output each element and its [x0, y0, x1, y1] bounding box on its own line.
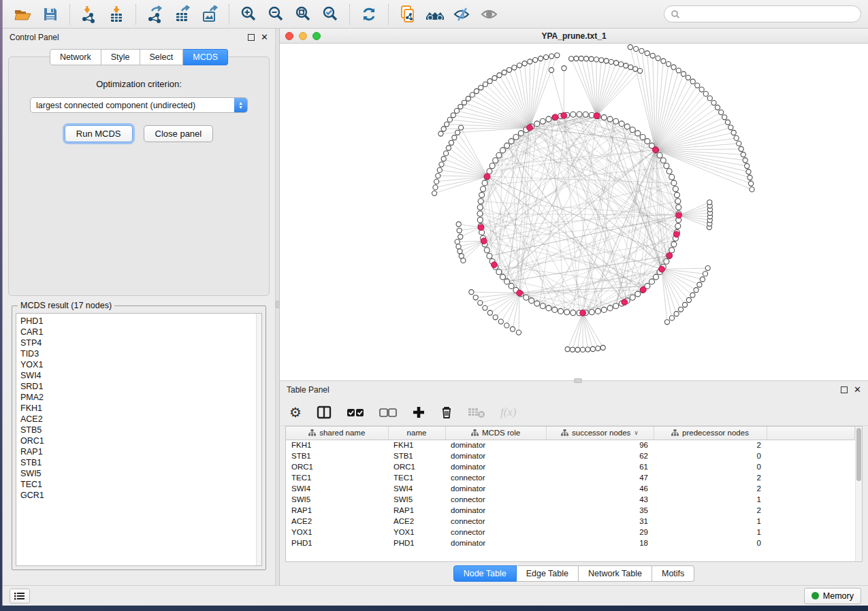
network-node[interactable] — [534, 121, 540, 127]
leaf-node[interactable] — [599, 58, 604, 63]
leaf-node[interactable] — [703, 271, 707, 276]
leaf-node[interactable] — [743, 158, 748, 163]
network-node[interactable] — [477, 211, 483, 216]
leaf-node[interactable] — [483, 82, 487, 86]
network-node[interactable] — [504, 279, 510, 284]
leaf-node[interactable] — [455, 240, 460, 244]
new-network-from-selection-icon[interactable] — [394, 3, 421, 26]
leaf-node[interactable] — [483, 306, 487, 310]
close-panel-icon[interactable]: ✕ — [261, 34, 268, 41]
network-node[interactable] — [500, 148, 506, 153]
leaf-node[interactable] — [565, 347, 570, 352]
mcds-hub-node[interactable] — [481, 238, 487, 244]
select-all-rows-icon[interactable] — [347, 402, 364, 423]
leaf-node[interactable] — [549, 67, 553, 72]
leaf-node[interactable] — [737, 141, 741, 146]
mcds-result-item[interactable]: GCR1 — [20, 490, 252, 501]
network-node[interactable] — [607, 116, 613, 122]
leaf-node[interactable] — [452, 135, 457, 140]
table-row[interactable]: TEC1TEC1connector472 — [286, 472, 855, 483]
leaf-node[interactable] — [459, 125, 464, 130]
column-header-shared-name[interactable]: shared name — [286, 427, 388, 440]
mcds-result-item[interactable]: PHD1 — [20, 316, 252, 327]
export-image-icon[interactable] — [196, 3, 223, 26]
leaf-node[interactable] — [458, 104, 463, 109]
leaf-node[interactable] — [456, 222, 461, 227]
tab-node-table[interactable]: Node Table — [453, 565, 517, 582]
criterion-select[interactable]: largest connected component (undirected)… — [30, 97, 248, 113]
show-all-icon[interactable] — [476, 3, 503, 26]
mcds-result-item[interactable]: STB1 — [20, 457, 252, 468]
network-node[interactable] — [671, 180, 677, 186]
leaf-node[interactable] — [705, 266, 710, 271]
leaf-node[interactable] — [731, 130, 736, 135]
network-node[interactable] — [635, 131, 641, 136]
leaf-node[interactable] — [469, 290, 474, 295]
network-node[interactable] — [630, 127, 635, 133]
leaf-node[interactable] — [447, 117, 452, 122]
network-node[interactable] — [509, 283, 514, 288]
leaf-node[interactable] — [466, 96, 470, 101]
leaf-node[interactable] — [686, 76, 690, 80]
leaf-node[interactable] — [614, 61, 619, 65]
leaf-node[interactable] — [438, 131, 443, 136]
refresh-layout-icon[interactable] — [355, 3, 383, 26]
network-node[interactable] — [477, 217, 483, 222]
task-history-icon[interactable] — [10, 589, 30, 604]
leaf-node[interactable] — [580, 347, 585, 352]
network-node[interactable] — [504, 143, 510, 148]
panel-split-divider[interactable] — [275, 29, 280, 585]
network-node[interactable] — [607, 306, 613, 311]
leaf-node[interactable] — [454, 108, 459, 113]
leaf-node[interactable] — [628, 45, 632, 50]
export-table-icon[interactable] — [169, 3, 196, 26]
save-session-icon[interactable] — [37, 3, 64, 26]
leaf-node[interactable] — [445, 122, 449, 127]
leaf-node[interactable] — [434, 179, 439, 184]
network-node[interactable] — [583, 112, 588, 117]
mcds-hub-node[interactable] — [666, 252, 673, 259]
mcds-hub-node[interactable] — [673, 231, 679, 237]
table-row[interactable]: ORC1ORC1dominator610 — [286, 461, 855, 472]
leaf-node[interactable] — [456, 244, 461, 249]
leaf-node[interactable] — [676, 68, 681, 73]
leaf-node[interactable] — [745, 163, 750, 168]
mcds-result-item[interactable]: SWI4 — [20, 370, 252, 381]
leaf-node[interactable] — [664, 320, 669, 325]
leaf-node[interactable] — [633, 67, 638, 71]
network-node[interactable] — [577, 112, 582, 117]
leaf-node[interactable] — [457, 228, 462, 233]
leaf-node[interactable] — [681, 71, 686, 76]
zoom-selected-icon[interactable] — [317, 3, 344, 26]
search-input[interactable] — [684, 10, 854, 19]
network-node[interactable] — [534, 301, 540, 306]
leaf-node[interactable] — [470, 93, 475, 97]
leaf-node[interactable] — [697, 282, 702, 287]
leaf-node[interactable] — [446, 146, 451, 150]
leaf-node[interactable] — [589, 56, 594, 61]
network-node[interactable] — [513, 135, 519, 140]
network-node[interactable] — [675, 199, 681, 204]
leaf-node[interactable] — [512, 65, 517, 70]
mcds-hub-node[interactable] — [527, 125, 533, 131]
network-node[interactable] — [671, 242, 677, 247]
network-node[interactable] — [570, 310, 576, 316]
network-node[interactable] — [669, 174, 675, 180]
leaf-node[interactable] — [473, 295, 478, 300]
column-header-successor-nodes[interactable]: successor nodes∨ — [546, 427, 654, 440]
mcds-result-item[interactable]: YOX1 — [20, 359, 252, 370]
leaf-node[interactable] — [715, 105, 720, 110]
leaf-node[interactable] — [699, 87, 704, 92]
leaf-node[interactable] — [600, 345, 605, 350]
network-node[interactable] — [657, 152, 662, 158]
tab-edge-table[interactable]: Edge Table — [517, 565, 579, 582]
network-node[interactable] — [489, 163, 495, 169]
close-panel-button[interactable]: Close panel — [144, 125, 214, 142]
leaf-node[interactable] — [462, 100, 466, 105]
network-node[interactable] — [589, 310, 594, 315]
leaf-node[interactable] — [444, 151, 449, 156]
leaf-node[interactable] — [666, 62, 671, 67]
leaf-node[interactable] — [728, 125, 733, 130]
tab-select[interactable]: Select — [140, 49, 184, 65]
leaf-node[interactable] — [750, 187, 754, 192]
